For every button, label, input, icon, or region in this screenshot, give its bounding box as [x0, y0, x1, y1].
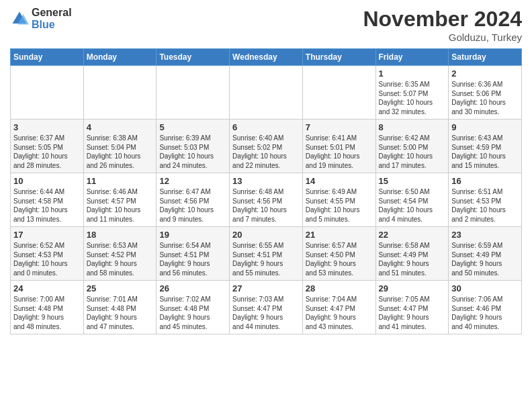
calendar-cell: 3Sunrise: 6:37 AM Sunset: 5:05 PM Daylig… [11, 120, 84, 173]
day-info: Sunrise: 6:53 AM Sunset: 4:52 PM Dayligh… [87, 241, 154, 277]
day-number: 21 [306, 230, 373, 240]
month-title: November 2024 [363, 7, 522, 32]
calendar-cell: 6Sunrise: 6:40 AM Sunset: 5:02 PM Daylig… [230, 120, 303, 173]
day-info: Sunrise: 7:03 AM Sunset: 4:47 PM Dayligh… [232, 295, 300, 331]
day-number: 2 [451, 68, 519, 79]
calendar-cell: 30Sunrise: 7:06 AM Sunset: 4:46 PM Dayli… [449, 281, 522, 334]
calendar-cell: 26Sunrise: 7:02 AM Sunset: 4:48 PM Dayli… [157, 281, 230, 334]
logo-icon [10, 9, 29, 28]
calendar-cell: 23Sunrise: 6:59 AM Sunset: 4:49 PM Dayli… [449, 227, 522, 281]
day-number: 29 [379, 283, 446, 293]
calendar-cell: 1Sunrise: 6:35 AM Sunset: 5:07 PM Daylig… [375, 66, 449, 120]
logo: General Blue [10, 7, 72, 30]
logo-blue: Blue [32, 19, 72, 31]
logo-general: General [32, 7, 72, 19]
day-number: 11 [87, 176, 154, 186]
calendar-cell [83, 66, 157, 120]
calendar-cell: 19Sunrise: 6:54 AM Sunset: 4:51 PM Dayli… [157, 227, 230, 281]
day-number: 26 [159, 283, 226, 293]
day-info: Sunrise: 6:35 AM Sunset: 5:07 PM Dayligh… [379, 80, 446, 116]
day-info: Sunrise: 6:41 AM Sunset: 5:01 PM Dayligh… [306, 134, 373, 170]
page-container: General Blue November 2024 Golduzu, Turk… [0, 0, 532, 341]
calendar-cell: 29Sunrise: 7:05 AM Sunset: 4:47 PM Dayli… [375, 281, 449, 334]
day-info: Sunrise: 6:44 AM Sunset: 4:58 PM Dayligh… [13, 187, 81, 224]
calendar-cell: 15Sunrise: 6:50 AM Sunset: 4:54 PM Dayli… [375, 173, 449, 227]
calendar-cell: 21Sunrise: 6:57 AM Sunset: 4:50 PM Dayli… [302, 227, 375, 281]
calendar-cell: 12Sunrise: 6:47 AM Sunset: 4:56 PM Dayli… [157, 173, 230, 227]
day-number: 10 [13, 176, 81, 186]
day-number: 15 [379, 176, 446, 186]
calendar-cell: 7Sunrise: 6:41 AM Sunset: 5:01 PM Daylig… [302, 120, 375, 173]
day-info: Sunrise: 6:54 AM Sunset: 4:51 PM Dayligh… [159, 241, 226, 277]
day-number: 3 [13, 122, 81, 132]
day-info: Sunrise: 6:47 AM Sunset: 4:56 PM Dayligh… [159, 187, 226, 224]
day-number: 30 [451, 283, 519, 293]
calendar-week-4: 24Sunrise: 7:00 AM Sunset: 4:48 PM Dayli… [11, 281, 522, 334]
calendar-cell: 5Sunrise: 6:39 AM Sunset: 5:03 PM Daylig… [157, 120, 230, 173]
day-number: 9 [451, 122, 519, 132]
header: General Blue November 2024 Golduzu, Turk… [10, 7, 522, 43]
day-info: Sunrise: 6:48 AM Sunset: 4:56 PM Dayligh… [232, 187, 300, 224]
day-info: Sunrise: 7:02 AM Sunset: 4:48 PM Dayligh… [159, 295, 226, 331]
day-info: Sunrise: 6:42 AM Sunset: 5:00 PM Dayligh… [379, 134, 446, 170]
calendar-table: Sunday Monday Tuesday Wednesday Thursday… [10, 48, 522, 334]
day-info: Sunrise: 6:52 AM Sunset: 4:53 PM Dayligh… [13, 241, 81, 277]
day-info: Sunrise: 6:46 AM Sunset: 4:57 PM Dayligh… [87, 187, 154, 224]
col-wednesday: Wednesday [230, 49, 303, 66]
calendar-cell: 11Sunrise: 6:46 AM Sunset: 4:57 PM Dayli… [83, 173, 157, 227]
day-number: 24 [13, 283, 81, 293]
day-info: Sunrise: 7:04 AM Sunset: 4:47 PM Dayligh… [306, 295, 373, 331]
day-info: Sunrise: 6:39 AM Sunset: 5:03 PM Dayligh… [159, 134, 226, 170]
calendar-cell [11, 66, 84, 120]
day-info: Sunrise: 6:36 AM Sunset: 5:06 PM Dayligh… [451, 80, 519, 116]
location: Golduzu, Turkey [363, 32, 522, 43]
day-info: Sunrise: 6:43 AM Sunset: 4:59 PM Dayligh… [451, 134, 519, 170]
day-info: Sunrise: 6:51 AM Sunset: 4:53 PM Dayligh… [451, 187, 519, 224]
calendar-week-1: 3Sunrise: 6:37 AM Sunset: 5:05 PM Daylig… [11, 120, 522, 173]
day-number: 22 [379, 230, 446, 240]
day-number: 28 [306, 283, 373, 293]
day-info: Sunrise: 6:40 AM Sunset: 5:02 PM Dayligh… [232, 134, 300, 170]
calendar-cell: 25Sunrise: 7:01 AM Sunset: 4:48 PM Dayli… [83, 281, 157, 334]
calendar-cell: 8Sunrise: 6:42 AM Sunset: 5:00 PM Daylig… [375, 120, 449, 173]
col-friday: Friday [375, 49, 449, 66]
calendar-cell: 22Sunrise: 6:58 AM Sunset: 4:49 PM Dayli… [375, 227, 449, 281]
col-thursday: Thursday [302, 49, 375, 66]
col-saturday: Saturday [449, 49, 522, 66]
day-number: 16 [451, 176, 519, 186]
calendar-week-0: 1Sunrise: 6:35 AM Sunset: 5:07 PM Daylig… [11, 66, 522, 120]
day-number: 13 [232, 176, 300, 186]
calendar-cell: 24Sunrise: 7:00 AM Sunset: 4:48 PM Dayli… [11, 281, 84, 334]
calendar-cell: 17Sunrise: 6:52 AM Sunset: 4:53 PM Dayli… [11, 227, 84, 281]
title-block: November 2024 Golduzu, Turkey [363, 7, 522, 43]
day-info: Sunrise: 6:49 AM Sunset: 4:55 PM Dayligh… [306, 187, 373, 224]
day-info: Sunrise: 6:55 AM Sunset: 4:51 PM Dayligh… [232, 241, 300, 277]
calendar-cell [302, 66, 375, 120]
day-number: 1 [379, 68, 446, 79]
day-info: Sunrise: 7:06 AM Sunset: 4:46 PM Dayligh… [451, 295, 519, 331]
calendar-cell: 20Sunrise: 6:55 AM Sunset: 4:51 PM Dayli… [230, 227, 303, 281]
day-info: Sunrise: 7:01 AM Sunset: 4:48 PM Dayligh… [87, 295, 154, 331]
day-number: 8 [379, 122, 446, 132]
day-number: 14 [306, 176, 373, 186]
day-number: 17 [13, 230, 81, 240]
day-info: Sunrise: 7:00 AM Sunset: 4:48 PM Dayligh… [13, 295, 81, 331]
day-number: 7 [306, 122, 373, 132]
day-number: 19 [159, 230, 226, 240]
col-tuesday: Tuesday [157, 49, 230, 66]
day-number: 25 [87, 283, 154, 293]
day-number: 12 [159, 176, 226, 186]
calendar-cell: 28Sunrise: 7:04 AM Sunset: 4:47 PM Dayli… [302, 281, 375, 334]
header-row: Sunday Monday Tuesday Wednesday Thursday… [11, 49, 522, 66]
day-info: Sunrise: 6:50 AM Sunset: 4:54 PM Dayligh… [379, 187, 446, 224]
calendar-cell: 14Sunrise: 6:49 AM Sunset: 4:55 PM Dayli… [302, 173, 375, 227]
day-number: 27 [232, 283, 300, 293]
calendar-cell: 10Sunrise: 6:44 AM Sunset: 4:58 PM Dayli… [11, 173, 84, 227]
day-info: Sunrise: 6:37 AM Sunset: 5:05 PM Dayligh… [13, 134, 81, 170]
calendar-cell: 9Sunrise: 6:43 AM Sunset: 4:59 PM Daylig… [449, 120, 522, 173]
col-sunday: Sunday [11, 49, 84, 66]
calendar-cell [157, 66, 230, 120]
day-number: 23 [451, 230, 519, 240]
logo-text: General Blue [32, 7, 72, 30]
calendar-cell: 2Sunrise: 6:36 AM Sunset: 5:06 PM Daylig… [449, 66, 522, 120]
